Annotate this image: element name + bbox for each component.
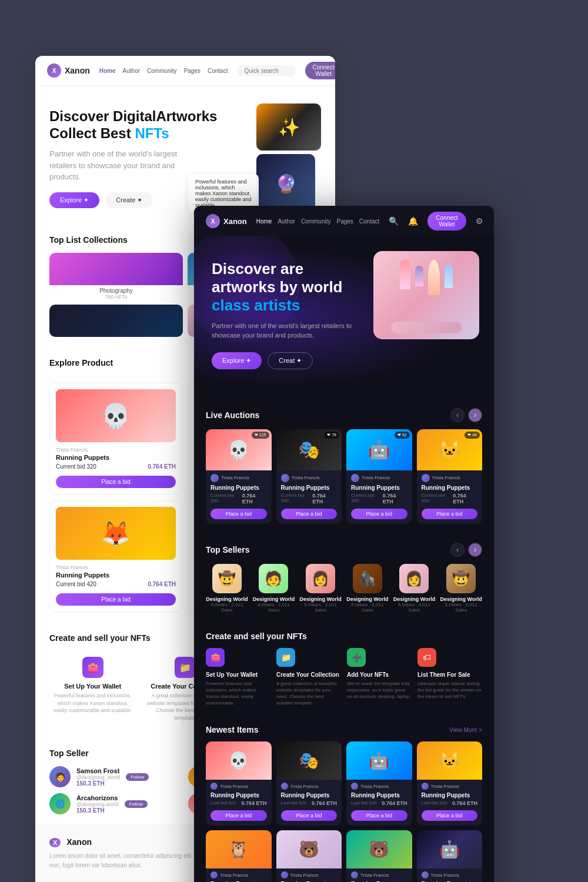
light-hero-subtitle: Partner with one of the world's largest … (49, 148, 179, 183)
newest-author-5: Trista Francis (206, 868, 272, 880)
auction-nav-dots: ‹ › (450, 408, 482, 422)
dark-seller-6[interactable]: 🤠 Designing World 5.0stars · 2,011 Sales (440, 564, 482, 613)
dark-seller-3[interactable]: 👩 Designing World 5.0stars · 2,011 Sales (299, 564, 342, 613)
next-dot[interactable]: › (468, 408, 482, 422)
hero-art-2: 🔮 (256, 154, 315, 213)
seller-item-3: 🌀 Arcahorizons @designing.world 150.3 ET… (49, 793, 182, 814)
collection-card-1[interactable]: Photography 780 NFTs (49, 253, 183, 300)
newest-bid-1[interactable]: Place a bid (211, 810, 267, 821)
auction-body-3: Running Puppets Current bid 350 0.764 ET… (346, 483, 412, 524)
light-hero-images: ✨ 🔮 (256, 103, 321, 213)
auction-bid-btn-1[interactable]: Place a bid (211, 509, 267, 519)
newest-bid-3[interactable]: Place a bid (351, 810, 407, 821)
auctions-title: Live Auctions (206, 410, 259, 420)
create-button[interactable]: Create ✦ (105, 192, 153, 208)
seller-item-1: 🧑 Samson Frost @designing_world 150.3 ET… (49, 766, 182, 787)
dark-connect-button[interactable]: Connect Wallet (427, 212, 466, 230)
newest-view-more[interactable]: View More > (449, 727, 482, 733)
dark-logo[interactable]: X Xanon (206, 214, 247, 228)
newest-card-2: 🎭 Trista Francis Running Puppets Last bi… (276, 741, 342, 826)
nav-contact[interactable]: Contact (208, 68, 228, 74)
dark-seller-img-6: 🤠 (446, 564, 476, 593)
dark-sellers-header: Top Sellers ‹ › (206, 543, 482, 557)
dark-seller-img-4: 🦍 (353, 564, 382, 593)
product-author-1: Trista Francis (56, 447, 176, 453)
collection-card-3[interactable] (49, 305, 183, 337)
prev-dot[interactable]: ‹ (450, 408, 465, 422)
step-desc-1: Powerful features and inclusions, which … (53, 692, 132, 714)
nav-community[interactable]: Community (147, 68, 177, 74)
dark-nav-home[interactable]: Home (256, 218, 272, 225)
newest-avatar-4 (422, 783, 429, 790)
collection-icon: 📁 (175, 657, 196, 678)
product-img-1: 💀 (56, 389, 176, 442)
newest-avatar-2 (281, 783, 288, 790)
newest-bid-4[interactable]: Place a bid (422, 810, 478, 821)
nav-home[interactable]: Home (99, 68, 116, 74)
bid-button-3[interactable]: Place a bid (56, 593, 176, 606)
newest-card-6: 🐻 Trista Francis Running Puppets Last bi… (276, 830, 342, 882)
follow-button-1[interactable]: Follow (126, 773, 149, 781)
newest-author-8: Trista Francis (417, 868, 483, 880)
dark-seller-5[interactable]: 👩 Designing World 5.0stars · 2,011 Sales (393, 564, 436, 613)
auction-bid-btn-4[interactable]: Place a bid (422, 509, 478, 519)
dark-nav-pages[interactable]: Pages (336, 218, 353, 225)
auction-badge-3: ❤ 92 (395, 432, 410, 439)
dark-search-icon[interactable]: 🔍 (389, 216, 399, 226)
collection-img-1 (49, 253, 183, 285)
product-author-3: Trista Francis (56, 564, 176, 570)
newest-section: Newest Items View More > 💀 Trista Franci… (194, 716, 494, 882)
dark-hero: Discover are artworks by world class art… (194, 236, 494, 399)
dark-seller-2[interactable]: 🧑 Designing World 4.0stars · 2,011 Sales (253, 564, 295, 613)
live-auctions-section: Live Auctions ‹ › 💀 ❤ 125 Trista Francis… (194, 399, 494, 533)
auction-avatar-3 (351, 474, 359, 482)
newest-author-3: Trista Francis (346, 780, 412, 791)
light-search-input[interactable] (237, 65, 296, 76)
nav-pages[interactable]: Pages (184, 68, 201, 74)
nav-author[interactable]: Author (123, 68, 140, 74)
newest-bid-2[interactable]: Place a bid (281, 810, 338, 821)
dark-sell-icon: 🏷 (417, 648, 436, 667)
dark-create-grid: 👛 Set Up Your Wallet Powerful features a… (206, 648, 482, 707)
auction-bid-btn-3[interactable]: Place a bid (351, 509, 407, 519)
dark-seller-4[interactable]: 🦍 Designing World 5.0stars · 2,011 Sales (346, 564, 389, 613)
newest-grid: 💀 Trista Francis Running Puppets Last bi… (206, 741, 482, 882)
collection-label-1: Photography (49, 288, 183, 294)
newest-author-4: Trista Francis (417, 780, 483, 791)
newest-img-1: 💀 (206, 741, 272, 780)
dark-create-button[interactable]: Creat ✦ (268, 352, 313, 369)
light-connect-button[interactable]: Connect Wallet (305, 62, 335, 79)
auction-bid-btn-2[interactable]: Place a bid (281, 509, 338, 519)
newest-avatar-6 (281, 871, 288, 878)
follow-button-3[interactable]: Follow (125, 800, 148, 808)
hero-3d-base (391, 322, 462, 333)
sellers-next[interactable]: › (468, 543, 482, 557)
auction-author-2: Trista Francis (276, 470, 342, 483)
dark-explore-button[interactable]: Explore ✦ (212, 352, 262, 369)
newest-avatar-8 (422, 871, 429, 878)
dark-nav-community[interactable]: Community (301, 218, 331, 225)
newest-card-1: 💀 Trista Francis Running Puppets Last bi… (206, 741, 272, 826)
dark-seller-img-3: 👩 (306, 564, 335, 593)
dark-create-sell-section: Create and sell your NFTs 👛 Set Up Your … (194, 622, 494, 716)
sellers-prev[interactable]: ‹ (450, 543, 465, 557)
bid-button-1[interactable]: Place a bid (56, 476, 176, 488)
newest-img-5: 🦉 (206, 830, 272, 868)
dark-hero-buttons: Explore ✦ Creat ✦ (212, 352, 370, 369)
product-eth-3: 0.764 ETH (148, 581, 176, 587)
settings-icon[interactable]: ⚙ (476, 216, 483, 226)
dark-step-1: 👛 Set Up Your Wallet Powerful features a… (206, 648, 270, 707)
auction-body-2: Running Puppets Current bid 350 0.764 ET… (276, 483, 342, 524)
explore-button[interactable]: Explore ✦ (49, 192, 99, 208)
footer-desc: Lorem ipsum dolor sit amet, consectetur … (49, 851, 219, 870)
dark-seller-1[interactable]: 🤠 Designing World 4.0stars · 2,011 Sales (206, 564, 248, 613)
dark-nav-author[interactable]: Author (278, 218, 295, 225)
dark-nav-contact[interactable]: Contact (359, 218, 379, 225)
seller-info-1: Samson Frost @designing_world 150.3 ETH (76, 767, 120, 787)
dark-step-3: ➕ Add Your NFTs We've made the template … (347, 648, 412, 707)
light-logo[interactable]: X Xanon (47, 64, 90, 78)
notification-icon[interactable]: 🔔 (408, 216, 418, 226)
hero-3d-visual (373, 251, 479, 339)
auction-author-name-1: Trista Francis (221, 475, 249, 480)
dark-seller-img-2: 🧑 (259, 564, 288, 593)
